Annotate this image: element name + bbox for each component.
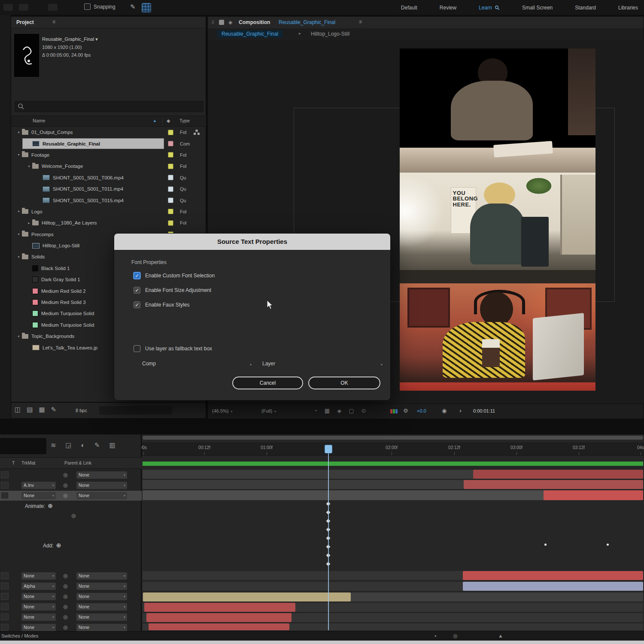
layer-switch-box[interactable] [1,614,9,620]
checkbox-icon[interactable]: ✓ [134,272,140,279]
project-item-logo[interactable]: ▾LogoFol [11,206,207,217]
trkmat-dropdown[interactable]: A.Inv▾ [21,482,56,489]
composition-tab-label[interactable]: Composition [239,19,270,25]
pickwhip-icon[interactable]: ◎ [63,583,67,589]
gear-icon[interactable]: ⚙ [403,407,408,414]
in-out-icon[interactable]: ▪ [434,633,436,639]
roi-icon[interactable]: ▢ [349,407,354,414]
project-item-shont-s001-s001-t015-mp4[interactable]: SHONT_S001_S001_T015.mp4Qu [11,194,207,206]
brush-icon[interactable]: ✎ [94,441,100,449]
label-color-badge[interactable] [168,220,173,226]
tool-icon[interactable] [48,4,58,11]
cancel-button[interactable]: Cancel [232,377,303,389]
twirl-icon[interactable]: ▾ [15,255,22,259]
pickwhip-icon[interactable]: ◎ [71,513,76,519]
panel-divider-horizontal[interactable] [0,419,644,434]
project-item-reusable-graphic-final[interactable]: Reusable_Graphic_FinalCom [11,138,207,149]
breadcrumb-active-comp[interactable]: Reusable_Graphic_Final [217,30,283,38]
trkmat-dropdown[interactable]: None▾ [21,572,56,580]
project-item-footage[interactable]: ▾FootageFol [11,149,207,161]
toggle-switches-modes-button[interactable]: Switches / Modes [1,633,38,638]
checkbox-icon[interactable]: ✓ [134,287,140,294]
fallback-checkbox-icon[interactable] [134,345,140,352]
parent-link-dropdown[interactable]: None▾ [76,614,127,621]
label-color-badge[interactable] [168,152,173,158]
current-time-display[interactable]: 0:00:01:11 [473,408,495,413]
label-color-badge[interactable] [168,186,173,192]
project-item-hilltop-1080-ae-layers[interactable]: ▸Hilltop__1080_Ae LayersFol [11,217,207,228]
workspace-tab-default[interactable]: Default [401,5,417,11]
layer-switch-box[interactable] [1,593,9,600]
column-type[interactable]: Type [179,118,190,123]
layer-switch-box[interactable] [1,471,9,478]
trkmat-dropdown[interactable]: None▾ [21,492,56,499]
graph-editor-icon[interactable]: ▥ [109,441,115,449]
dialog-checkbox-enable-custom-font-selection[interactable]: ✓Enable Custom Font Selection [134,272,215,279]
twirl-icon[interactable]: ▾ [15,131,22,134]
new-comp-icon[interactable]: ▦ [39,406,45,413]
interpret-footage-icon[interactable]: ◫ [15,406,21,413]
project-item-shont-s001-s001-t006-mp4[interactable]: SHONT_S001_S001_T006.mp4Qu [11,172,207,183]
timeline-layer-row[interactable]: None▾◎None▾ [0,592,142,601]
label-color-badge[interactable] [168,175,173,180]
timeline-layer-row[interactable]: None▾◎None▾ [0,602,142,612]
layer-switch-box[interactable] [1,572,9,579]
dialog-checkbox-enable-faux-styles[interactable]: ✓Enable Faux Styles [134,301,189,308]
add-property-icon[interactable]: ⊕ [56,542,61,549]
project-item-01-output-comps[interactable]: ▾01_Output_CompsFol [11,127,207,138]
snapping-checkbox-icon[interactable] [84,3,91,10]
pixel-aspect-icon[interactable]: ⊙ [361,407,366,414]
project-item-shont-s001-s001-t011-mp4[interactable]: SHONT_S001_S001_T011.mp4Qu [11,183,207,194]
playhead[interactable] [325,445,332,453]
motion-blur-icon[interactable]: ◐ [81,441,85,449]
channels-icon[interactable] [390,409,398,413]
label-color-badge[interactable] [168,141,173,146]
parent-link-dropdown[interactable]: None▾ [76,593,127,600]
snapshot-camera-icon[interactable]: ◉ [442,407,447,414]
timeline-layer-row[interactable]: None▾◎None▾ [0,491,142,501]
parent-link-dropdown[interactable]: None▾ [76,583,127,590]
project-item-welcome-footage[interactable]: ▾Welcome_FootageFol [11,161,207,172]
twirl-icon[interactable]: ▸ [26,221,32,225]
tool-icon[interactable] [3,4,13,11]
twirl-icon[interactable]: ▾ [15,232,22,236]
label-color-badge[interactable] [168,164,173,169]
trkmat-dropdown[interactable]: None▾ [21,593,56,600]
time-ruler[interactable]: 00s00:12f01:00f02:00f02:12f03:00f03:12f0… [142,442,644,456]
parent-link-dropdown[interactable]: None▾ [76,482,127,489]
timeline-timecode-field[interactable] [0,438,46,454]
project-tab[interactable]: Project [16,19,34,25]
zoom-slider-icon[interactable]: ▲ [498,633,503,639]
label-color-badge[interactable] [168,209,173,214]
pickwhip-icon[interactable]: ◎ [63,573,67,579]
pickwhip-icon[interactable]: ◎ [63,604,67,610]
mask-icon[interactable]: ◈ [337,407,341,414]
resolution-dropdown[interactable]: (Full)▾ [261,408,276,413]
pen-icon[interactable]: ✎ [51,406,57,413]
panel-menu-icon[interactable]: ≡ [359,19,362,25]
tool-icon[interactable] [19,4,28,11]
twirl-icon[interactable]: ▾ [15,153,22,157]
lock-icon[interactable]: ◈ [228,19,232,25]
trkmat-dropdown[interactable]: None▾ [21,603,56,611]
timeline-layer-row[interactable]: Alpha▾◎None▾ [0,581,142,591]
checkbox-icon[interactable]: ✓ [134,301,140,308]
parent-link-dropdown[interactable]: None▾ [76,603,127,611]
workspace-tab-standard[interactable]: Standard [575,5,596,11]
project-search-input[interactable] [15,101,204,112]
layer-switch-box[interactable] [1,482,9,489]
pickwhip-icon[interactable]: ◎ [63,593,67,599]
trkmat-dropdown[interactable]: Alpha▾ [21,583,56,590]
ok-button[interactable]: OK [308,377,380,389]
layer-dropdown[interactable]: Layer▾ [262,361,383,370]
snapping-toggle[interactable]: Snapping [84,3,115,10]
label-column-icon[interactable]: ◆ [167,118,170,124]
parent-link-dropdown[interactable]: None▾ [76,624,127,631]
sort-ascending-icon[interactable]: ▲ [153,118,157,123]
layer-switch-box[interactable] [1,624,9,631]
grid-icon[interactable]: ▦ [325,407,330,414]
parent-link-dropdown[interactable]: None▾ [76,492,127,499]
quality-icon[interactable]: ≋ [51,441,56,449]
parent-link-dropdown[interactable]: None▾ [76,572,127,580]
pen-tool-icon[interactable]: ✎ [130,3,136,11]
